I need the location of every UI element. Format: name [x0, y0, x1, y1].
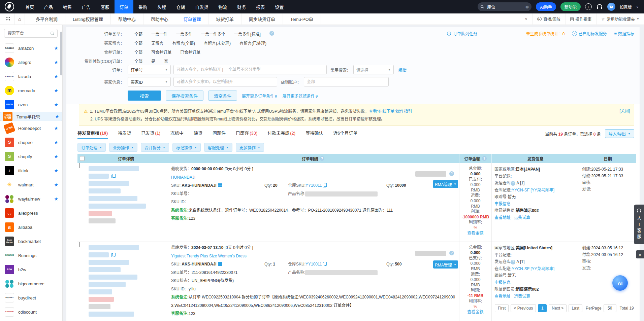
- page-tab-2[interactable]: 帮助中心: [111, 13, 143, 25]
- status-tab-9[interactable]: 近6个月订单: [333, 130, 357, 138]
- nav-item-3[interactable]: 广告: [77, 0, 96, 13]
- download-icon[interactable]: ↓: [585, 3, 592, 10]
- nav-item-11[interactable]: 财务: [232, 0, 251, 13]
- sidebar-platform-1[interactable]: allegro★: [0, 55, 62, 69]
- order-type-select[interactable]: 订单号▼: [128, 65, 171, 74]
- filter-option-0-2[interactable]: 一票多件: [176, 31, 192, 37]
- global-search-input[interactable]: [486, 4, 523, 9]
- edit-link[interactable]: 编辑: [398, 67, 407, 73]
- ai-fab-button[interactable]: AI: [612, 275, 628, 291]
- sidebar-platform-9[interactable]: ♪tiktok★: [0, 164, 62, 178]
- star-icon[interactable]: ★: [54, 45, 58, 51]
- help-icon[interactable]: ?: [320, 156, 324, 161]
- live-support-tab[interactable]: 人工客服: [634, 205, 644, 244]
- rma-button[interactable]: RMA管理▼: [433, 260, 458, 269]
- star-icon[interactable]: ★: [54, 102, 58, 107]
- filter-option-3-2[interactable]: 否: [164, 58, 168, 64]
- nav-item-2[interactable]: 销售: [58, 0, 77, 13]
- action-button-3[interactable]: 标记操作▼: [172, 143, 201, 152]
- page-tab-6[interactable]: 同步缺货订单: [242, 13, 283, 25]
- star-icon[interactable]: ★: [54, 74, 58, 79]
- apps-grid-icon[interactable]: [5, 17, 10, 21]
- import-export-button[interactable]: 导入/导出▼: [605, 129, 634, 138]
- help-icon[interactable]: ?: [482, 156, 487, 161]
- action-button-0[interactable]: 订单处理▼: [77, 143, 106, 152]
- filter-option-0-0[interactable]: 全部: [134, 31, 142, 37]
- row-checkbox[interactable]: [79, 163, 80, 168]
- filter-option-2-1[interactable]: 可合并订单: [151, 49, 171, 55]
- help-icon[interactable]: ?: [449, 251, 454, 255]
- status-tab-8[interactable]: 等待确认: [305, 130, 323, 138]
- filter-option-2-0[interactable]: 全部: [134, 49, 142, 55]
- nav-item-9[interactable]: 自发货: [190, 0, 213, 13]
- filter-option-0-3[interactable]: 一票一件多个: [201, 31, 225, 37]
- declare-info-link[interactable]: 申报信息: [494, 280, 511, 285]
- filter-option-0-1[interactable]: 一票一件: [151, 31, 167, 37]
- status-tab-7[interactable]: 付款未完成(2): [267, 130, 295, 138]
- sidebar-platform-13[interactable]: aalibaba: [0, 220, 62, 234]
- sidebar-platform-6[interactable]: HOMEHomedepot★: [0, 121, 62, 135]
- expand-panel-button[interactable]: »: [636, 250, 644, 258]
- star-icon[interactable]: ★: [54, 196, 58, 202]
- action-button-4[interactable]: 客服处理▼: [204, 143, 232, 152]
- more-filter-conditions-link[interactable]: 展开更多过滤条件≫: [283, 93, 318, 99]
- copy-icon[interactable]: [323, 183, 326, 187]
- nav-item-12[interactable]: 报表: [251, 0, 270, 13]
- filter-option-2-2[interactable]: 已合并订单: [180, 49, 200, 55]
- help-icon[interactable]: ?: [511, 181, 515, 186]
- filter-option-1-2[interactable]: 有留言(全部): [172, 40, 195, 46]
- current-page-button[interactable]: 1: [538, 304, 547, 312]
- status-tab-0[interactable]: 待发货审核(19): [77, 130, 108, 138]
- perpage-input[interactable]: [604, 304, 616, 312]
- new-feature-button[interactable]: 新功能: [560, 2, 581, 11]
- page-tab-5[interactable]: 缺货打单: [209, 13, 242, 25]
- action-button-5[interactable]: 更多操作▼: [236, 143, 264, 152]
- favorites-link[interactable]: ☆ 常用功能收藏夹 ▼: [596, 13, 644, 25]
- ai-assistant-button[interactable]: AI助手: [536, 2, 556, 11]
- row-checkbox[interactable]: [79, 242, 80, 247]
- warehouse-dispatch-link[interactable]: YYCN-SF [YY菜鸟顺丰]: [512, 266, 554, 271]
- action-button-2[interactable]: 合并拆分▼: [141, 143, 169, 152]
- guide-link[interactable]: 操作指南: [565, 13, 596, 25]
- sidebar-platform-8[interactable]: Sshopify★: [0, 149, 62, 164]
- filter-option-0-4[interactable]: 一票多件[标准]: [234, 31, 261, 37]
- sidebar-platform-2[interactable]: LAZADAlazada★: [0, 69, 62, 83]
- nav-item-7[interactable]: 头程: [152, 0, 171, 13]
- view-amount-link[interactable]: 查看金额: [459, 230, 491, 236]
- platform-search[interactable]: [4, 29, 58, 38]
- copy-icon[interactable]: [323, 262, 326, 266]
- user-avatar[interactable]: [607, 3, 615, 11]
- filter-option-3-0[interactable]: 全部: [134, 58, 142, 64]
- status-tab-3[interactable]: 冻结中: [170, 130, 184, 138]
- view-address-link[interactable]: 查看地址: [494, 215, 511, 220]
- data-metrics-link[interactable]: ≡ 数据指标: [614, 31, 634, 36]
- chevron-down-icon[interactable]: ∨: [636, 5, 639, 9]
- copy-icon[interactable]: [111, 253, 115, 257]
- unsynced-stat-link[interactable]: 未生成系统单统计：0: [526, 31, 565, 36]
- more-order-conditions-link[interactable]: 展开更多订单条件≫: [242, 93, 278, 99]
- help-icon[interactable]: ?: [449, 171, 454, 176]
- next-page-button[interactable]: Next >: [549, 304, 567, 312]
- grid-mini-icon[interactable]: [218, 262, 222, 266]
- sidebar-platform-0[interactable]: Amazonamazon★: [0, 41, 62, 55]
- common-search-select[interactable]: 请选择▼: [353, 65, 394, 74]
- nav-item-6[interactable]: 采购: [133, 0, 152, 13]
- filter-option-1-0[interactable]: 全部: [134, 40, 142, 46]
- sidebar-platform-3[interactable]: mmercado★: [0, 83, 62, 98]
- status-tab-6[interactable]: 已废弃(33): [236, 130, 257, 138]
- copy-icon[interactable]: [111, 174, 115, 178]
- status-tab-4[interactable]: 缺货: [194, 130, 202, 138]
- order-row[interactable]: 最晚发货：0000-00-00 00:00 [0天 0小时 0分 ]HUNIAN…: [77, 163, 636, 242]
- help-icon[interactable]: ?: [269, 31, 274, 36]
- nav-item-1[interactable]: 产品: [39, 0, 58, 13]
- declare-info-link[interactable]: 申报信息: [494, 202, 511, 206]
- view-amount-link[interactable]: 查看金额: [459, 309, 491, 315]
- version-label[interactable]: 如意版: [620, 4, 632, 10]
- nav-item-5[interactable]: 订单: [115, 0, 133, 13]
- status-tab-1[interactable]: 待发货: [118, 130, 131, 138]
- warehouse-dispatch-link[interactable]: YYCN-SF [YY菜鸟顺丰]: [512, 188, 554, 192]
- status-tab-2[interactable]: 已发货(1): [141, 130, 160, 138]
- first-page-button[interactable]: First: [495, 304, 509, 312]
- nav-item-8[interactable]: 仓储: [171, 0, 190, 13]
- last-page-button[interactable]: Last: [569, 304, 582, 312]
